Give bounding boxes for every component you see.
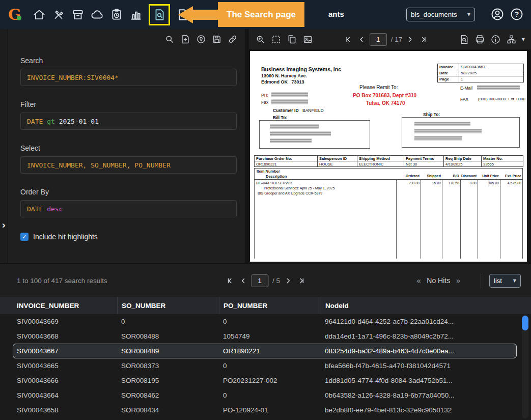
- item-description-1: Professional Services: April 25 - May 1,…: [264, 186, 334, 190]
- cell-invoice-number: SIV00043668: [13, 332, 117, 340]
- thumbnails-caret-icon[interactable]: ▼: [522, 37, 525, 42]
- info-icon[interactable]: [490, 34, 501, 45]
- orderby-input[interactable]: DATE desc: [20, 200, 237, 217]
- first-page-icon[interactable]: [226, 276, 235, 286]
- column-header-nodeid[interactable]: NodeId: [321, 297, 517, 314]
- table-rule: [396, 179, 397, 259]
- document-search-icon[interactable]: [459, 34, 469, 45]
- bill-to-box: [259, 120, 370, 149]
- invoice-address1: 13900 N. Harvey Ave.: [261, 73, 307, 78]
- table-row[interactable]: SIV00043664 SOR008462 0 0b643582-a126-43…: [13, 388, 517, 403]
- table-rule: [478, 179, 478, 259]
- cell-so-number: SOR008373: [117, 362, 219, 370]
- select-region-icon[interactable]: [271, 34, 282, 45]
- view-mode-dropdown[interactable]: list ▼: [489, 274, 521, 288]
- main-split: › Search INVOICE_NUMBER:SIV0004*: [0, 29, 531, 263]
- fax2-value: (000) 000-0000 Ext. 0000: [478, 97, 525, 101]
- thumbnails-icon[interactable]: [506, 34, 517, 45]
- copy-pages-icon[interactable]: [287, 34, 297, 45]
- orderby-direction-token: desc: [47, 205, 63, 213]
- fax-label: Fax: [261, 100, 268, 105]
- select-input[interactable]: INVOICE_NUMBER, SO_NUMBER, PO_NUMBER: [20, 156, 237, 174]
- qty-header: Ext. Price: [501, 174, 521, 178]
- qty-header: Unit Price: [479, 174, 499, 178]
- last-page-icon[interactable]: [418, 35, 428, 44]
- cell-nodeid: 0b643582-a126-4328-8a19-6b77a04050...: [321, 391, 517, 399]
- select-value-token: INVOICE_NUMBER, SO_NUMBER, PO_NUMBER: [27, 161, 171, 169]
- link-icon[interactable]: [228, 34, 238, 44]
- cell-po-number: PO20231227-002: [219, 377, 321, 384]
- column-header-so-number[interactable]: SO_NUMBER: [117, 297, 219, 314]
- search-icon[interactable]: [164, 34, 175, 44]
- cell-invoice-number: SIV00043664: [13, 391, 117, 399]
- document-canvas: Business Imaging Systems, Inc 13900 N. H…: [249, 49, 531, 263]
- new-document-icon[interactable]: [180, 34, 190, 44]
- zoom-icon[interactable]: [255, 34, 266, 45]
- meta-value: SIV00043667: [459, 64, 524, 70]
- viewer-page-input[interactable]: 1: [370, 33, 387, 46]
- image-icon[interactable]: [302, 34, 313, 45]
- item-value: 305.00: [479, 181, 499, 185]
- clipboard-clock-icon[interactable]: [110, 8, 123, 21]
- customer-id-value: BANFIELD: [302, 108, 324, 113]
- invoice-company: Business Imaging Systems, Inc: [261, 66, 341, 72]
- account-icon[interactable]: [490, 7, 505, 21]
- table-row[interactable]: SIV00043668 SOR008488 1054749 dda14ed1-1…: [13, 329, 517, 344]
- chevron-down-icon: ▼: [513, 278, 516, 283]
- search-query-input[interactable]: INVOICE_NUMBER:SIV0004*: [20, 69, 237, 86]
- prev-page-icon[interactable]: [357, 35, 367, 44]
- tenant-dropdown[interactable]: bis_documents ▼: [406, 8, 475, 21]
- filter-input[interactable]: DATE gt 2025-01-01: [20, 113, 237, 130]
- results-table-header: INVOICE_NUMBER SO_NUMBER PO_NUMBER NodeI…: [0, 297, 531, 314]
- save-icon[interactable]: [212, 34, 222, 44]
- vertical-scrollbar[interactable]: [522, 315, 528, 418]
- next-page-icon[interactable]: [283, 276, 293, 286]
- archive-icon[interactable]: [71, 8, 85, 21]
- table-row[interactable]: SIV00043669 0 0 964121d0-d464-4252-ac7b-…: [13, 314, 517, 329]
- last-page-icon[interactable]: [296, 276, 305, 286]
- item-value: 15.00: [422, 181, 441, 185]
- highlight-box: [149, 4, 170, 25]
- item-value: 200.00: [397, 181, 420, 185]
- pin-location-icon[interactable]: [196, 34, 206, 44]
- next-hit-icon[interactable]: »: [456, 276, 461, 286]
- search-query-value: INVOICE_NUMBER:SIV0004*: [27, 74, 119, 81]
- results-status-bar: 1 to 100 of 417 search results 1 / 5 « N…: [0, 263, 531, 297]
- search-form: Search INVOICE_NUMBER:SIV0004* Filter DA…: [8, 49, 245, 241]
- panel-expander-chevron[interactable]: ›: [0, 218, 8, 232]
- po-value: OR1890221: [255, 161, 318, 167]
- help-icon[interactable]: ?: [510, 7, 524, 21]
- table-row[interactable]: SIV00043665 SOR008373 0 bfea566b-f47b-46…: [13, 358, 517, 373]
- app-logo[interactable]: G: [8, 7, 21, 22]
- results-page-input[interactable]: 1: [251, 274, 268, 287]
- prev-page-icon[interactable]: [238, 276, 248, 286]
- table-row-selected[interactable]: SIV00043667 SOR008489 OR1890221 083254d9…: [13, 344, 517, 358]
- results-table: INVOICE_NUMBER SO_NUMBER PO_NUMBER NodeI…: [0, 297, 531, 420]
- next-page-icon[interactable]: [405, 35, 415, 44]
- meta-label: Invoice: [438, 64, 459, 70]
- item-number-header: Item Number: [257, 169, 280, 174]
- document-search-icon[interactable]: [153, 8, 166, 21]
- cell-invoice-number: SIV00043669: [13, 318, 117, 325]
- table-row[interactable]: SIV00043666 SOR008195 PO20231227-002 1dd…: [13, 373, 517, 388]
- tools-icon[interactable]: [52, 8, 65, 21]
- cell-invoice-number: SIV00043665: [13, 362, 117, 370]
- chart-icon[interactable]: [129, 8, 143, 21]
- hit-highlights-checkbox[interactable]: ✓: [20, 233, 29, 241]
- print-icon[interactable]: [474, 34, 485, 45]
- prev-hit-icon[interactable]: «: [416, 276, 422, 286]
- hit-highlights-row: ✓ Include hit highlights: [20, 233, 237, 241]
- home-icon[interactable]: [33, 8, 46, 21]
- table-row[interactable]: SIV00043658 SOR008434 PO-120924-01 be2db…: [13, 403, 517, 417]
- cell-po-number: 0: [219, 391, 321, 399]
- hit-navigation: « No Hits »: [416, 276, 461, 286]
- column-header-invoice-number[interactable]: INVOICE_NUMBER: [13, 297, 117, 314]
- redacted-text: [414, 129, 482, 133]
- column-header-po-number[interactable]: PO_NUMBER: [219, 297, 321, 314]
- viewer-tools-right: ▼: [459, 34, 525, 45]
- redacted-text: [271, 92, 308, 97]
- first-page-icon[interactable]: [344, 35, 354, 44]
- scrollbar-thumb[interactable]: [522, 316, 528, 330]
- invoice-document[interactable]: Business Imaging Systems, Inc 13900 N. H…: [250, 51, 527, 262]
- cloud-icon[interactable]: [91, 8, 104, 21]
